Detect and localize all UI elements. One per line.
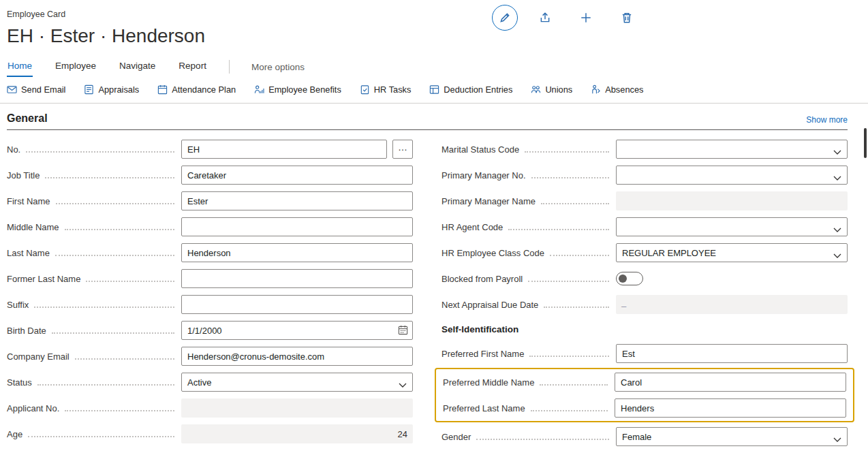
company-email-input[interactable] [181, 347, 413, 366]
next-appraisal-due-date-value: _ [621, 298, 626, 308]
last-name-input[interactable] [181, 243, 413, 262]
field-label: Middle Name [7, 222, 59, 232]
field-label: Preferred Middle Name [443, 377, 534, 388]
field-row-applicant-no: Applicant No. [7, 395, 413, 421]
action-deduction-entries[interactable]: Deduction Entries [429, 84, 512, 95]
field-row-age: Age 24 [7, 421, 413, 447]
status-select[interactable]: Active [181, 373, 413, 392]
tab-navigate[interactable]: Navigate [119, 57, 156, 77]
field-label: Next Appraisal Due Date [441, 300, 538, 310]
chevron-down-icon [399, 380, 407, 390]
field-row-birth-date: Birth Date [7, 317, 413, 343]
field-label: Preferred Last Name [443, 403, 525, 413]
deduction-entries-icon [429, 84, 439, 95]
form-column-left: No. … Job Title First Name [7, 136, 413, 450]
dotted-leader [529, 356, 609, 357]
tab-employee[interactable]: Employee [55, 57, 97, 77]
action-label: Attendance Plan [172, 84, 236, 95]
field-row-preferred-middle-name: Preferred Middle Name [443, 369, 846, 395]
hr-employee-class-code-value: REGULAR EMPLOYEE [622, 248, 716, 258]
field-row-hr-employee-class-code: HR Employee Class Code REGULAR EMPLOYEE [441, 240, 848, 266]
hr-employee-class-code-select[interactable]: REGULAR EMPLOYEE [616, 243, 848, 262]
dotted-leader [525, 151, 609, 153]
action-unions[interactable]: Unions [531, 84, 572, 95]
marital-status-code-select[interactable] [616, 140, 848, 159]
field-label: Preferred First Name [441, 349, 524, 359]
share-icon [539, 12, 551, 24]
dotted-leader [86, 281, 174, 282]
section-title[interactable]: General [7, 112, 48, 125]
action-hr-tasks[interactable]: HR Tasks [360, 84, 412, 95]
action-appraisals[interactable]: Appraisals [84, 84, 139, 95]
hr-agent-code-select[interactable] [616, 217, 848, 236]
edit-icon [499, 12, 511, 24]
age-value: 24 [398, 429, 407, 439]
page-caption: Employee Card [7, 10, 861, 19]
field-row-blocked-from-payroll: Blocked from Payroll [441, 266, 848, 292]
card-content: General Show more No. … Job Title [0, 112, 868, 450]
field-label: Applicant No. [7, 403, 59, 413]
subheading-row: Self-Identification [441, 317, 848, 341]
preferred-middle-name-input[interactable] [615, 373, 846, 392]
assist-edit-button[interactable]: … [392, 140, 413, 159]
field-label: HR Employee Class Code [441, 248, 544, 258]
first-name-input[interactable] [181, 191, 413, 210]
field-label: Company Email [7, 351, 69, 362]
calendar-icon[interactable] [398, 325, 408, 338]
primary-manager-no-select[interactable] [616, 166, 848, 185]
action-bar: Send Email Appraisals Attendance Plan Em… [0, 78, 868, 104]
action-label: Appraisals [98, 84, 139, 95]
field-label: Former Last Name [7, 274, 80, 284]
edit-button[interactable] [492, 5, 518, 31]
preferred-first-name-input[interactable] [616, 344, 848, 363]
more-options-button[interactable]: More options [251, 62, 305, 72]
no-input[interactable] [181, 140, 387, 159]
delete-button[interactable] [613, 4, 640, 31]
page-title: EH · Ester · Henderson [7, 25, 861, 48]
suffix-input[interactable] [181, 295, 413, 314]
toggle-knob [619, 275, 627, 283]
preferred-last-name-input[interactable] [615, 398, 846, 418]
dotted-leader [528, 281, 609, 282]
action-send-email[interactable]: Send Email [7, 84, 65, 95]
dotted-leader [544, 307, 609, 308]
add-button[interactable] [572, 4, 600, 31]
highlight-box: Preferred Middle Name Preferred Last Nam… [435, 368, 854, 422]
action-label: Absences [605, 84, 643, 95]
gender-select[interactable]: Female [616, 427, 848, 446]
field-label: Blocked from Payroll [441, 274, 523, 284]
attendance-plan-icon [157, 84, 168, 95]
action-attendance-plan[interactable]: Attendance Plan [157, 84, 236, 95]
vertical-scrollbar[interactable] [864, 128, 867, 158]
form-column-right: Marital Status Code Primary Manager No. [441, 136, 848, 450]
field-row-first-name: First Name [7, 188, 413, 214]
send-email-icon [7, 84, 17, 95]
field-row-hr-agent-code: HR Agent Code [441, 214, 848, 240]
field-row-job-title: Job Title [7, 162, 413, 188]
share-button[interactable] [531, 4, 559, 31]
field-row-next-appraisal-due-date: Next Appraisal Due Date _ [441, 292, 848, 317]
field-row-former-last-name: Former Last Name [7, 266, 413, 292]
tab-report[interactable]: Report [178, 57, 207, 77]
birth-date-input[interactable] [181, 321, 413, 340]
job-title-input[interactable] [181, 166, 413, 185]
show-more-link[interactable]: Show more [806, 115, 848, 125]
applicant-no-field [181, 398, 413, 418]
action-employee-benefits[interactable]: Employee Benefits [254, 84, 341, 95]
middle-name-input[interactable] [181, 217, 413, 236]
status-value: Active [187, 377, 211, 388]
dotted-leader [540, 384, 608, 386]
tab-home[interactable]: Home [7, 57, 33, 77]
page-header: Employee Card [0, 0, 868, 48]
field-label: Birth Date [7, 326, 46, 336]
field-row-marital-status: Marital Status Code [441, 136, 848, 162]
field-row-status: Status Active [7, 369, 413, 395]
former-last-name-input[interactable] [181, 269, 413, 288]
action-absences[interactable]: Absences [591, 84, 643, 95]
primary-manager-name-field [616, 191, 848, 210]
dotted-leader [52, 332, 174, 334]
blocked-from-payroll-toggle[interactable] [616, 272, 643, 285]
general-section-header: General Show more [7, 112, 848, 130]
field-row-suffix: Suffix [7, 292, 413, 317]
dotted-leader [531, 177, 609, 178]
